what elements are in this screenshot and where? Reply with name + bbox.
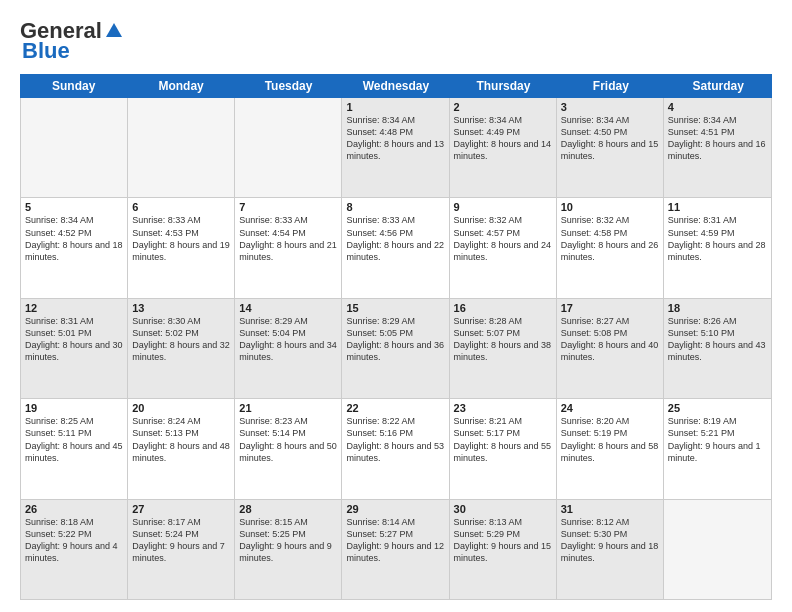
day-info: Sunrise: 8:12 AMSunset: 5:30 PMDaylight:…: [561, 516, 659, 565]
day-number: 29: [346, 503, 444, 515]
calendar-cell: 7Sunrise: 8:33 AMSunset: 4:54 PMDaylight…: [235, 198, 342, 297]
day-info: Sunrise: 8:15 AMSunset: 5:25 PMDaylight:…: [239, 516, 337, 565]
calendar-cell: 20Sunrise: 8:24 AMSunset: 5:13 PMDayligh…: [128, 399, 235, 498]
day-info: Sunrise: 8:34 AMSunset: 4:48 PMDaylight:…: [346, 114, 444, 163]
calendar-cell: 11Sunrise: 8:31 AMSunset: 4:59 PMDayligh…: [664, 198, 771, 297]
day-info: Sunrise: 8:33 AMSunset: 4:54 PMDaylight:…: [239, 214, 337, 263]
day-info: Sunrise: 8:34 AMSunset: 4:50 PMDaylight:…: [561, 114, 659, 163]
calendar-cell: 2Sunrise: 8:34 AMSunset: 4:49 PMDaylight…: [450, 98, 557, 197]
day-number: 15: [346, 302, 444, 314]
calendar-cell: 6Sunrise: 8:33 AMSunset: 4:53 PMDaylight…: [128, 198, 235, 297]
day-number: 30: [454, 503, 552, 515]
day-header-tuesday: Tuesday: [235, 74, 342, 98]
day-number: 4: [668, 101, 767, 113]
day-header-friday: Friday: [557, 74, 664, 98]
day-info: Sunrise: 8:32 AMSunset: 4:57 PMDaylight:…: [454, 214, 552, 263]
svg-marker-0: [106, 23, 122, 37]
calendar-cell: 5Sunrise: 8:34 AMSunset: 4:52 PMDaylight…: [21, 198, 128, 297]
calendar-cell: 14Sunrise: 8:29 AMSunset: 5:04 PMDayligh…: [235, 299, 342, 398]
day-info: Sunrise: 8:25 AMSunset: 5:11 PMDaylight:…: [25, 415, 123, 464]
calendar-cell: 23Sunrise: 8:21 AMSunset: 5:17 PMDayligh…: [450, 399, 557, 498]
day-number: 2: [454, 101, 552, 113]
calendar-cell: [128, 98, 235, 197]
calendar-cell: 28Sunrise: 8:15 AMSunset: 5:25 PMDayligh…: [235, 500, 342, 599]
day-info: Sunrise: 8:26 AMSunset: 5:10 PMDaylight:…: [668, 315, 767, 364]
day-number: 14: [239, 302, 337, 314]
calendar-cell: 18Sunrise: 8:26 AMSunset: 5:10 PMDayligh…: [664, 299, 771, 398]
day-number: 18: [668, 302, 767, 314]
day-number: 27: [132, 503, 230, 515]
calendar-cell: 16Sunrise: 8:28 AMSunset: 5:07 PMDayligh…: [450, 299, 557, 398]
day-info: Sunrise: 8:29 AMSunset: 5:04 PMDaylight:…: [239, 315, 337, 364]
day-info: Sunrise: 8:23 AMSunset: 5:14 PMDaylight:…: [239, 415, 337, 464]
day-number: 13: [132, 302, 230, 314]
day-info: Sunrise: 8:34 AMSunset: 4:51 PMDaylight:…: [668, 114, 767, 163]
day-number: 31: [561, 503, 659, 515]
day-header-wednesday: Wednesday: [342, 74, 449, 98]
calendar-cell: 24Sunrise: 8:20 AMSunset: 5:19 PMDayligh…: [557, 399, 664, 498]
day-number: 23: [454, 402, 552, 414]
day-header-monday: Monday: [127, 74, 234, 98]
day-info: Sunrise: 8:34 AMSunset: 4:52 PMDaylight:…: [25, 214, 123, 263]
day-header-thursday: Thursday: [450, 74, 557, 98]
calendar-cell: 4Sunrise: 8:34 AMSunset: 4:51 PMDaylight…: [664, 98, 771, 197]
calendar-cell: 17Sunrise: 8:27 AMSunset: 5:08 PMDayligh…: [557, 299, 664, 398]
calendar-row-3: 12Sunrise: 8:31 AMSunset: 5:01 PMDayligh…: [21, 299, 771, 399]
day-number: 10: [561, 201, 659, 213]
logo: General Blue: [20, 18, 124, 64]
calendar-cell: 9Sunrise: 8:32 AMSunset: 4:57 PMDaylight…: [450, 198, 557, 297]
day-info: Sunrise: 8:14 AMSunset: 5:27 PMDaylight:…: [346, 516, 444, 565]
day-number: 11: [668, 201, 767, 213]
header: General Blue: [20, 18, 772, 64]
day-number: 1: [346, 101, 444, 113]
calendar-cell: 12Sunrise: 8:31 AMSunset: 5:01 PMDayligh…: [21, 299, 128, 398]
calendar-cell: [21, 98, 128, 197]
calendar-row-4: 19Sunrise: 8:25 AMSunset: 5:11 PMDayligh…: [21, 399, 771, 499]
day-info: Sunrise: 8:32 AMSunset: 4:58 PMDaylight:…: [561, 214, 659, 263]
calendar-cell: 1Sunrise: 8:34 AMSunset: 4:48 PMDaylight…: [342, 98, 449, 197]
calendar-row-2: 5Sunrise: 8:34 AMSunset: 4:52 PMDaylight…: [21, 198, 771, 298]
day-info: Sunrise: 8:19 AMSunset: 5:21 PMDaylight:…: [668, 415, 767, 464]
day-header-sunday: Sunday: [20, 74, 127, 98]
calendar-cell: 21Sunrise: 8:23 AMSunset: 5:14 PMDayligh…: [235, 399, 342, 498]
day-number: 7: [239, 201, 337, 213]
day-number: 5: [25, 201, 123, 213]
day-info: Sunrise: 8:18 AMSunset: 5:22 PMDaylight:…: [25, 516, 123, 565]
calendar-cell: 31Sunrise: 8:12 AMSunset: 5:30 PMDayligh…: [557, 500, 664, 599]
day-info: Sunrise: 8:21 AMSunset: 5:17 PMDaylight:…: [454, 415, 552, 464]
calendar-cell: 3Sunrise: 8:34 AMSunset: 4:50 PMDaylight…: [557, 98, 664, 197]
day-number: 3: [561, 101, 659, 113]
day-info: Sunrise: 8:31 AMSunset: 4:59 PMDaylight:…: [668, 214, 767, 263]
day-info: Sunrise: 8:17 AMSunset: 5:24 PMDaylight:…: [132, 516, 230, 565]
calendar-header: SundayMondayTuesdayWednesdayThursdayFrid…: [20, 74, 772, 98]
day-number: 19: [25, 402, 123, 414]
day-number: 12: [25, 302, 123, 314]
calendar-body: 1Sunrise: 8:34 AMSunset: 4:48 PMDaylight…: [20, 98, 772, 600]
day-number: 8: [346, 201, 444, 213]
day-info: Sunrise: 8:30 AMSunset: 5:02 PMDaylight:…: [132, 315, 230, 364]
calendar-cell: 22Sunrise: 8:22 AMSunset: 5:16 PMDayligh…: [342, 399, 449, 498]
day-number: 6: [132, 201, 230, 213]
calendar-cell: 30Sunrise: 8:13 AMSunset: 5:29 PMDayligh…: [450, 500, 557, 599]
day-info: Sunrise: 8:29 AMSunset: 5:05 PMDaylight:…: [346, 315, 444, 364]
day-info: Sunrise: 8:31 AMSunset: 5:01 PMDaylight:…: [25, 315, 123, 364]
calendar-cell: 15Sunrise: 8:29 AMSunset: 5:05 PMDayligh…: [342, 299, 449, 398]
calendar-cell: 10Sunrise: 8:32 AMSunset: 4:58 PMDayligh…: [557, 198, 664, 297]
day-number: 25: [668, 402, 767, 414]
calendar-cell: 8Sunrise: 8:33 AMSunset: 4:56 PMDaylight…: [342, 198, 449, 297]
calendar-cell: 29Sunrise: 8:14 AMSunset: 5:27 PMDayligh…: [342, 500, 449, 599]
day-info: Sunrise: 8:22 AMSunset: 5:16 PMDaylight:…: [346, 415, 444, 464]
page: General Blue SundayMondayTuesdayWednesda…: [0, 0, 792, 612]
day-number: 24: [561, 402, 659, 414]
logo-blue-text: Blue: [20, 38, 70, 64]
calendar-cell: [235, 98, 342, 197]
calendar-cell: 19Sunrise: 8:25 AMSunset: 5:11 PMDayligh…: [21, 399, 128, 498]
day-info: Sunrise: 8:24 AMSunset: 5:13 PMDaylight:…: [132, 415, 230, 464]
day-number: 9: [454, 201, 552, 213]
calendar-cell: 25Sunrise: 8:19 AMSunset: 5:21 PMDayligh…: [664, 399, 771, 498]
logo-icon: [104, 21, 124, 41]
calendar-row-1: 1Sunrise: 8:34 AMSunset: 4:48 PMDaylight…: [21, 98, 771, 198]
day-info: Sunrise: 8:20 AMSunset: 5:19 PMDaylight:…: [561, 415, 659, 464]
day-number: 20: [132, 402, 230, 414]
day-number: 17: [561, 302, 659, 314]
